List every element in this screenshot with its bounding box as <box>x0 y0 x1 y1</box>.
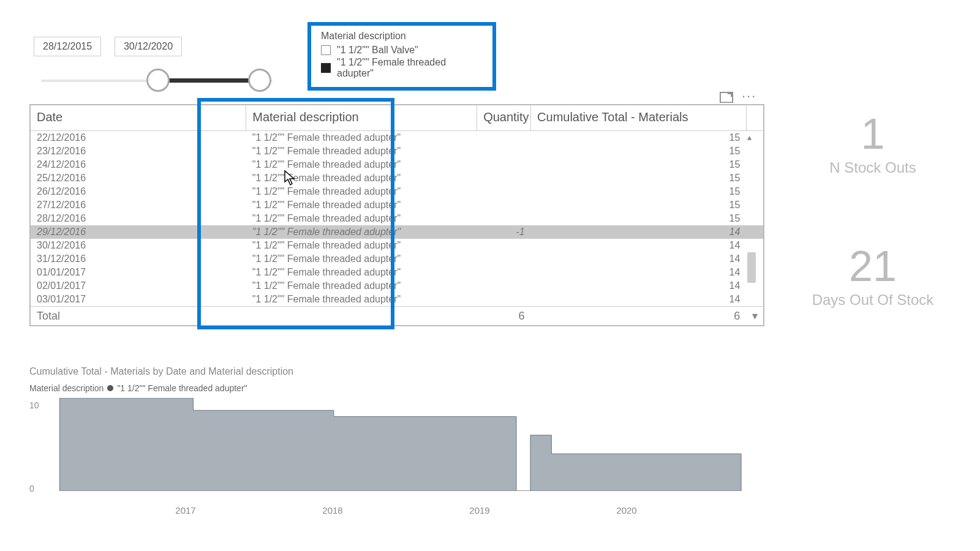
kpi-stock-outs: 1 N Stock Outs <box>784 113 962 176</box>
col-header-quantity[interactable]: Quantity <box>477 105 531 131</box>
cell-quantity <box>477 266 531 279</box>
table-row[interactable]: 23/12/2016"1 1/2"" Female threaded adupt… <box>31 144 763 158</box>
slicer-title: Material description <box>321 31 483 42</box>
cell-material: "1 1/2"" Female threaded adupter" <box>246 131 477 145</box>
checkbox-icon[interactable] <box>321 45 331 55</box>
cell-quantity <box>477 131 531 145</box>
col-header-material[interactable]: Material description <box>246 105 477 131</box>
table-row[interactable]: 31/12/2016"1 1/2"" Female threaded adupt… <box>31 252 763 266</box>
chart-plot-area: 10 0 2017 2018 2019 2020 <box>29 398 755 502</box>
table-row[interactable]: 28/12/2016"1 1/2"" Female threaded adupt… <box>31 212 763 225</box>
slicer-option-ball-valve[interactable]: "1 1/2"" Ball Valve" <box>321 44 483 56</box>
kpi-stock-outs-value: 1 <box>784 113 962 156</box>
scrollbar-cell[interactable] <box>746 212 763 225</box>
table-row[interactable]: 01/01/2017"1 1/2"" Female threaded adupt… <box>31 266 763 279</box>
table-row[interactable]: 24/12/2016"1 1/2"" Female threaded adupt… <box>31 158 763 171</box>
cell-quantity <box>477 252 531 266</box>
scrollbar-cell[interactable] <box>746 158 763 171</box>
cell-material: "1 1/2"" Female threaded adupter" <box>246 185 477 198</box>
scrollbar-cell[interactable] <box>746 279 763 293</box>
cell-quantity <box>477 239 531 252</box>
cumulative-chart[interactable]: Cumulative Total - Materials by Date and… <box>29 366 764 502</box>
more-options-icon[interactable]: ··· <box>742 92 755 103</box>
date-from-box[interactable]: 28/12/2015 <box>34 37 101 56</box>
y-tick-10: 10 <box>29 400 39 410</box>
cell-cumulative: 14 <box>531 225 747 239</box>
total-cumulative: 6 <box>531 307 747 326</box>
scrollbar-cell[interactable] <box>746 198 763 212</box>
cell-date: 27/12/2016 <box>31 198 246 212</box>
scrollbar-cell[interactable] <box>746 266 763 279</box>
scrollbar-cell[interactable] <box>746 185 763 198</box>
cell-material: "1 1/2"" Female threaded adupter" <box>246 144 477 158</box>
legend-field-label: Material description <box>29 383 104 393</box>
cell-material: "1 1/2"" Female threaded adupter" <box>246 266 477 279</box>
cell-cumulative: 14 <box>531 239 747 252</box>
table-row[interactable]: 27/12/2016"1 1/2"" Female threaded adupt… <box>31 198 763 212</box>
col-header-date[interactable]: Date <box>31 105 246 131</box>
cell-cumulative: 15 <box>531 144 747 158</box>
date-range-slicer[interactable]: 28/12/2015 30/12/2020 <box>34 37 273 93</box>
date-to-box[interactable]: 30/12/2020 <box>115 37 182 56</box>
cell-material: "1 1/2"" Female threaded adupter" <box>246 279 477 293</box>
table-row[interactable]: 25/12/2016"1 1/2"" Female threaded adupt… <box>31 171 763 185</box>
scroll-up-icon[interactable]: ▴ <box>747 132 757 142</box>
cell-quantity <box>477 279 531 293</box>
checkbox-checked-icon[interactable] <box>321 63 331 73</box>
cell-date: 29/12/2016 <box>31 225 246 239</box>
col-header-cumulative[interactable]: Cumulative Total - Materials <box>531 105 747 131</box>
scrollbar-cell[interactable] <box>746 144 763 158</box>
table-row[interactable]: 29/12/2016"1 1/2"" Female threaded adupt… <box>31 225 763 239</box>
table-row[interactable]: 02/01/2017"1 1/2"" Female threaded adupt… <box>31 279 763 293</box>
cell-cumulative: 14 <box>531 293 747 307</box>
materials-table[interactable]: Date Material description Quantity Cumul… <box>29 104 764 326</box>
scrollbar-cell[interactable] <box>746 293 763 307</box>
scrollbar-cell[interactable] <box>746 171 763 185</box>
legend-series-name: "1 1/2"" Female threaded adupter" <box>117 383 247 393</box>
cell-date: 25/12/2016 <box>31 171 246 185</box>
cell-cumulative: 15 <box>531 198 747 212</box>
slicer-option-female-adapter[interactable]: "1 1/2"" Female threaded adupter" <box>321 56 483 80</box>
x-tick-2020: 2020 <box>616 505 636 515</box>
kpi-stock-outs-label: N Stock Outs <box>784 159 962 176</box>
cell-quantity: -1 <box>477 225 531 239</box>
focus-mode-icon[interactable] <box>720 92 733 103</box>
scrollbar-cell[interactable] <box>746 252 763 266</box>
table-row[interactable]: 03/01/2017"1 1/2"" Female threaded adupt… <box>31 293 763 307</box>
cell-quantity <box>477 158 531 171</box>
y-tick-0: 0 <box>29 484 34 493</box>
table-header-row: Date Material description Quantity Cumul… <box>31 105 763 131</box>
cell-cumulative: 15 <box>531 212 747 225</box>
scrollbar-cell[interactable] <box>746 225 763 239</box>
cell-date: 03/01/2017 <box>31 293 246 307</box>
cell-cumulative: 15 <box>531 185 747 198</box>
scroll-down-cell[interactable]: ▾ <box>746 307 763 326</box>
material-slicer[interactable]: Material description "1 1/2"" Ball Valve… <box>307 22 496 91</box>
slider-fill <box>156 78 258 83</box>
visual-header: ··· <box>720 92 755 103</box>
cell-date: 23/12/2016 <box>31 144 246 158</box>
kpi-days-out-value: 21 <box>784 245 962 288</box>
cell-material: "1 1/2"" Female threaded adupter" <box>246 212 477 225</box>
table-row[interactable]: 30/12/2016"1 1/2"" Female threaded adupt… <box>31 239 763 252</box>
scrollbar-cell[interactable] <box>746 239 763 252</box>
slider-thumb-to[interactable] <box>248 69 271 92</box>
scrollbar-cell[interactable]: ▴ <box>746 131 763 145</box>
slicer-option-label: "1 1/2"" Female threaded adupter" <box>337 57 483 79</box>
cell-date: 30/12/2016 <box>31 239 246 252</box>
cell-date: 26/12/2016 <box>31 185 246 198</box>
date-slider[interactable] <box>34 69 273 93</box>
cell-quantity <box>477 198 531 212</box>
cell-material: "1 1/2"" Female threaded adupter" <box>246 158 477 171</box>
chart-legend: Material description "1 1/2"" Female thr… <box>29 383 764 393</box>
cell-material: "1 1/2"" Female threaded adupter" <box>246 293 477 307</box>
table-row[interactable]: 22/12/2016"1 1/2"" Female threaded adupt… <box>31 131 763 145</box>
kpi-days-out: 21 Days Out Of Stock <box>784 245 962 309</box>
slider-thumb-from[interactable] <box>146 69 170 92</box>
cell-quantity <box>477 185 531 198</box>
table-row[interactable]: 26/12/2016"1 1/2"" Female threaded adupt… <box>31 185 763 198</box>
total-quantity: 6 <box>477 307 531 326</box>
col-header-scroll <box>746 105 763 131</box>
x-tick-2018: 2018 <box>322 505 342 515</box>
x-tick-2019: 2019 <box>469 505 489 515</box>
